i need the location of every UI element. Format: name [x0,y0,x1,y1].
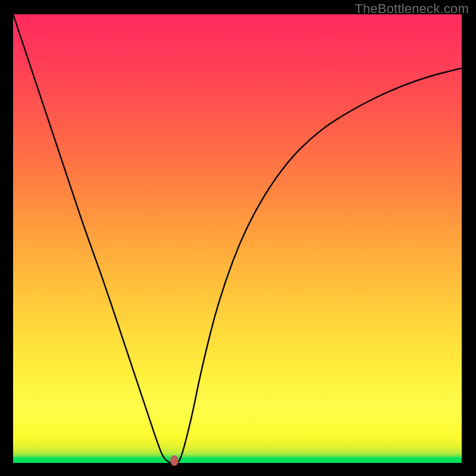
minimum-marker-icon [170,455,178,466]
watermark-text: TheBottleneck.com [355,1,469,17]
bottleneck-curve [13,14,462,463]
plot-frame [13,14,462,463]
